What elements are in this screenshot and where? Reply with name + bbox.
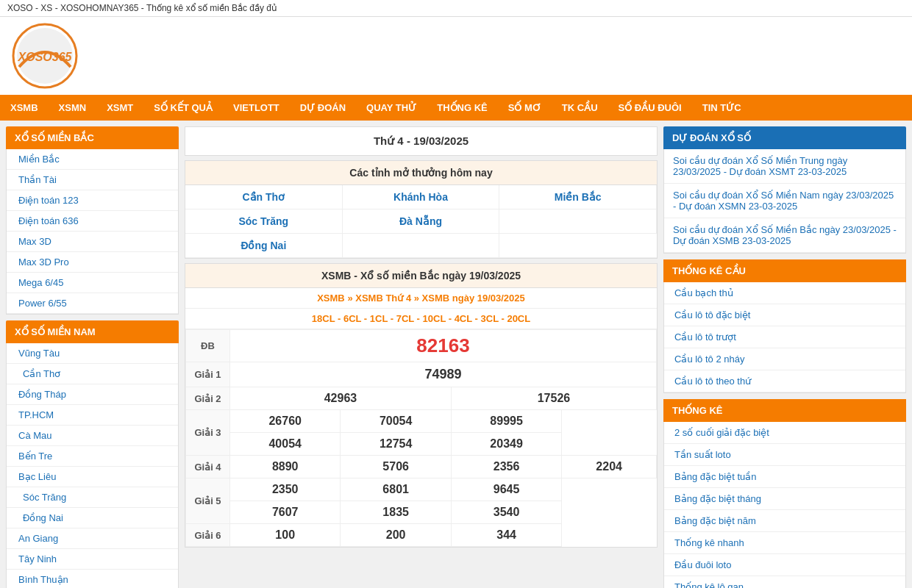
bang-dac-biet-tuan[interactable]: Bảng đặc biệt tuần (664, 466, 905, 488)
sidebar-item-max3d-pro[interactable]: Max 3D Pro (7, 252, 178, 273)
cau-bach-thu[interactable]: Cầu bạch thủ (664, 282, 905, 304)
breadcrumb-xsmb[interactable]: XSMB (317, 293, 345, 304)
prize-g2-value-1: 42963 (230, 387, 452, 410)
2-so-cuoi[interactable]: 2 số cuối giải đặc biệt (664, 422, 905, 444)
breadcrumb-thu4[interactable]: XSMB Thứ 4 (355, 293, 411, 304)
cau-lo-dac-biet[interactable]: Cầu lô tô đặc biệt (664, 304, 905, 326)
prize-g4-v2: 5706 (341, 456, 451, 478)
sidebar-item-mien-bac[interactable]: Miền Bắc (7, 149, 178, 170)
province-empty-2 (343, 234, 500, 258)
bang-dac-biet-nam[interactable]: Bảng đặc biệt năm (664, 510, 905, 532)
prize-g3-v4: 40054 (230, 433, 341, 456)
prize-g2-row: Giải 2 42963 17526 (186, 387, 657, 410)
prize-db-label: ĐB (186, 330, 230, 362)
prize-g4-n4: 2204 (596, 460, 622, 473)
thong-ke-cau-header: THỐNG KÊ CẦU (663, 259, 906, 282)
nav-so-ket-qua[interactable]: SỐ KẾT QUẢ (143, 95, 223, 121)
prize-g5-v4: 7607 (230, 501, 341, 524)
tan-suat-loto[interactable]: Tần suất loto (664, 444, 905, 466)
nav-xsmn[interactable]: XSMN (49, 95, 97, 121)
province-empty-1 (499, 209, 657, 234)
nav-so-mo[interactable]: SỐ MƠ (498, 95, 552, 121)
prize-g3-n4: 40054 (268, 437, 302, 450)
prize-db-value: 82163 (230, 330, 657, 362)
prize-g5-row-1: Giải 5 2350 6801 9645 (186, 478, 657, 501)
sidebar-item-tphcm[interactable]: TP.HCM (7, 405, 178, 426)
prize-g1-row: Giải 1 74989 (186, 362, 657, 387)
nav-du-doan[interactable]: DỰ ĐOÁN (290, 95, 356, 121)
nav-xsmt[interactable]: XSMT (96, 95, 143, 121)
sidebar-item-dong-nai[interactable]: Đồng Nai (7, 508, 178, 528)
province-soc-trang: Sóc Trăng (185, 209, 343, 234)
date-header-text: Thứ 4 - 19/03/2025 (374, 135, 469, 147)
prize-g6-n2: 200 (386, 528, 406, 541)
province-grid: Cần Thơ Khánh Hòa Miền Bắc Sóc Trăng Đà … (185, 185, 657, 258)
nav-quay-thu[interactable]: QUAY THỬ (356, 95, 427, 121)
sidebar-item-than-tai[interactable]: Thần Tài (7, 170, 178, 190)
nav-tk-cau[interactable]: TK CẦU (552, 95, 608, 121)
prize-g5-n1: 2350 (272, 483, 299, 495)
sidebar-item-bac-lieu[interactable]: Bạc Liêu (7, 467, 178, 487)
results-table: ĐB 82163 Giải 1 74989 Giải 2 (185, 329, 657, 547)
thong-ke-lo-gan[interactable]: Thống kê lô gan (664, 576, 905, 588)
prize-g1-value: 74989 (230, 362, 657, 387)
sidebar-item-an-giang[interactable]: An Giang (7, 528, 178, 549)
prize-g5-v2: 6801 (341, 478, 451, 501)
prize-g1-number: 74989 (424, 367, 461, 381)
prize-g5-n5: 1835 (382, 506, 409, 518)
dau-duoi-loto[interactable]: Đầu đuôi loto (664, 554, 905, 576)
du-doan-title-2: Soi cầu dự đoán Xổ Số Miền Bắc ngày 23/0… (673, 224, 897, 246)
prize-g4-row: Giải 4 8890 5706 2356 2204 (186, 456, 657, 478)
sidebar-item-dt636[interactable]: Điện toán 636 (7, 211, 178, 232)
province-khanh-hoa: Khánh Hòa (343, 185, 500, 209)
sidebar-item-soc-trang[interactable]: Sóc Trăng (7, 487, 178, 508)
prize-g6-label: Giải 6 (186, 524, 230, 547)
province-can-tho: Cần Thơ (185, 185, 343, 209)
prize-g6-n3: 344 (496, 528, 516, 541)
cau-lo-2-nhay[interactable]: Cầu lô tô 2 nháy (664, 348, 905, 370)
breadcrumb-ngay[interactable]: XSMB ngày 19/03/2025 (422, 293, 525, 304)
left-sidebar: XỔ SỐ MIỀN BẮC Miền Bắc Thần Tài Điện to… (6, 126, 179, 588)
thong-ke-nhanh[interactable]: Thống kê nhanh (664, 532, 905, 554)
nav-so-dau-duoi[interactable]: SỐ ĐẦU ĐUÔI (608, 95, 692, 121)
prize-g4-v1: 8890 (230, 456, 341, 478)
sidebar-item-max3d[interactable]: Max 3D (7, 232, 178, 252)
main-layout: XỔ SỐ MIỀN BẮC Miền Bắc Thần Tài Điện to… (0, 121, 912, 588)
prize-g2-value-2: 17526 (451, 387, 656, 410)
du-doan-item-1[interactable]: Soi cầu dự đoán Xổ Số Miền Nam ngày 23/0… (664, 184, 905, 218)
sidebar-item-tay-ninh[interactable]: Tây Ninh (7, 549, 178, 570)
nav-vietlott[interactable]: VIETLOTT (223, 95, 290, 121)
prize-g2-number-2: 17526 (538, 392, 571, 404)
nav-xsmb[interactable]: XSMB (0, 95, 49, 121)
prize-g6-n1: 100 (275, 528, 295, 541)
prize-g3-row-2: 40054 12754 20349 (186, 433, 657, 456)
sidebar-item-can-tho[interactable]: Cần Thơ (7, 364, 178, 384)
top-bar: XOSO - XS - XOSOHOMNAY365 - Thống kê xổ … (0, 0, 912, 17)
prize-g1-label: Giải 1 (186, 362, 230, 387)
nav-thong-ke[interactable]: THỐNG KÊ (427, 95, 498, 121)
sidebar-item-dong-thap[interactable]: Đồng Tháp (7, 384, 178, 405)
prize-g5-n4: 7607 (272, 506, 299, 518)
du-doan-item-2[interactable]: Soi cầu dự đoán Xổ Số Miền Bắc ngày 23/0… (664, 218, 905, 253)
sidebar-item-ben-tre[interactable]: Bến Tre (7, 446, 178, 467)
prize-g5-v6: 3540 (451, 501, 561, 524)
sidebar-item-mega645[interactable]: Mega 6/45 (7, 273, 178, 293)
sidebar-item-binh-thuan[interactable]: Bình Thuận (7, 570, 178, 588)
du-doan-item-0[interactable]: Soi cầu dự đoán Xổ Số Miền Trung ngày 23… (664, 149, 905, 184)
sidebar-item-power655[interactable]: Power 6/55 (7, 293, 178, 314)
du-doan-title-0: Soi cầu dự đoán Xổ Số Miền Trung ngày 23… (673, 155, 897, 177)
lottery-section: XSMB - Xổ số miền Bắc ngày 19/03/2025 XS… (185, 263, 658, 548)
bang-dac-biet-thang[interactable]: Bảng đặc biệt tháng (664, 488, 905, 510)
sidebar-item-vung-tau[interactable]: Vũng Tàu (7, 343, 178, 364)
cau-lo-theo-thu[interactable]: Cầu lô tô theo thứ (664, 370, 905, 392)
sidebar-item-dt123[interactable]: Điện toán 123 (7, 190, 178, 211)
logo-svg: XOSO365 (12, 23, 78, 89)
province-mien-bac: Miền Bắc (499, 185, 657, 209)
sidebar-item-ca-mau[interactable]: Cà Mau (7, 426, 178, 446)
prize-g6-v3: 344 (451, 524, 561, 547)
header: XOSO365 (0, 17, 912, 95)
nav-tin-tuc[interactable]: TIN TỨC (692, 95, 752, 121)
cau-lo-truot[interactable]: Cầu lô tô trượt (664, 326, 905, 348)
prize-g3-n5: 12754 (380, 437, 413, 450)
main-nav: XSMB XSMN XSMT SỐ KẾT QUẢ VIETLOTT DỰ ĐO… (0, 95, 912, 121)
